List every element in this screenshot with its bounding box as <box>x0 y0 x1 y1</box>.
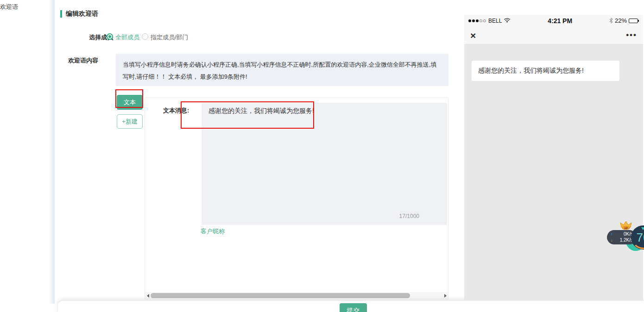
more-icon[interactable]: ••• <box>626 31 637 40</box>
panel-shadow-divider <box>49 0 55 304</box>
signal-dots-icon <box>468 19 486 22</box>
clock-label: 4:21 PM <box>511 17 609 25</box>
upload-arrow-icon: ↑ <box>611 231 613 237</box>
horizontal-scrollbar[interactable] <box>145 292 448 300</box>
text-message-label: 文本消息: <box>163 106 189 115</box>
sidebar-item-welcome[interactable]: 欢迎语 <box>0 3 18 11</box>
chat-message-bubble: 感谢您的关注，我们将竭诚为您服务! <box>472 61 619 81</box>
vip-crown-icon: VIP <box>620 221 632 230</box>
title-accent-bar <box>60 10 62 18</box>
notice-box: 当填写小程序信息时请务必确认小程序正确,当填写小程序信息不正确时,所配置的欢迎语… <box>116 54 448 86</box>
page-title: 编辑欢迎语 <box>60 10 98 18</box>
radio-unselected-icon[interactable] <box>142 33 148 40</box>
submit-button[interactable]: 提交 <box>340 303 367 312</box>
scrollbar-thumb[interactable] <box>151 293 410 298</box>
message-textarea[interactable]: 感谢您的关注，我们将竭诚为您服务! <box>202 103 447 200</box>
radio-option-all-members[interactable]: 全部成员 <box>115 33 139 42</box>
page: 欢迎语 编辑欢迎语 选择成员 全部成员 指定成员/部门 欢迎语内容 当填写小程序… <box>0 0 644 312</box>
bluetooth-icon <box>609 18 613 24</box>
wifi-icon <box>504 18 511 23</box>
close-icon[interactable]: × <box>470 31 476 40</box>
message-textarea-wrap: 感谢您的关注，我们将竭诚为您服务! 17/1000 <box>202 103 447 225</box>
text-tab-button[interactable]: 文本 <box>117 95 143 110</box>
char-counter: 17/1000 <box>399 213 419 219</box>
phone-nav-bar: × ••• <box>464 26 643 44</box>
page-title-text: 编辑欢迎语 <box>66 10 98 18</box>
score-value: 70 <box>637 231 644 245</box>
phone-preview: BELL 4:21 PM 22% × ••• 感谢您的关注，我 <box>464 15 643 300</box>
download-arrow-icon: ↓ <box>611 237 613 243</box>
vip-label: VIP <box>624 227 628 230</box>
radio-option-specified-members[interactable]: 指定成员/部门 <box>151 33 189 42</box>
battery-percent-label: 22% <box>615 17 627 24</box>
battery-icon <box>629 19 639 23</box>
insert-nickname-link[interactable]: 客户昵称 <box>201 227 225 236</box>
scrollbar-right-arrow[interactable] <box>442 292 448 300</box>
add-new-attachment-button[interactable]: +新建 <box>117 114 143 129</box>
scrollbar-left-arrow[interactable] <box>145 292 151 300</box>
radio-selected-icon[interactable] <box>107 33 113 40</box>
phone-status-bar: BELL 4:21 PM 22% <box>464 15 643 26</box>
welcome-content-label: 欢迎语内容 <box>68 56 98 65</box>
carrier-label: BELL <box>488 18 502 24</box>
